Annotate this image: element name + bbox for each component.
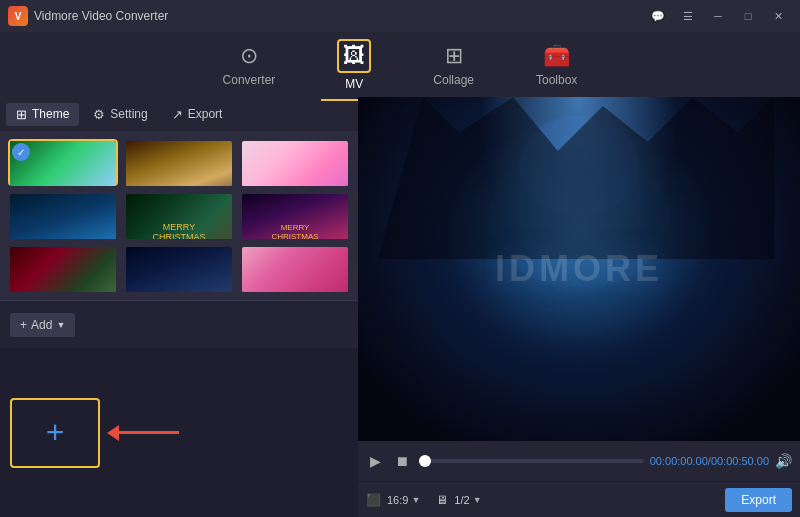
volume-icon: 🔊 — [775, 453, 792, 469]
add-button[interactable]: + Add ▼ — [10, 313, 75, 337]
theme-item-simple[interactable]: Simple — [8, 192, 118, 239]
play-button[interactable]: ▶ — [366, 451, 385, 471]
page-label: 1/2 — [454, 494, 469, 506]
tab-theme[interactable]: ⊞ Theme — [6, 103, 79, 126]
converter-label: Converter — [223, 73, 276, 87]
ratio-icon: ⬛ — [366, 493, 381, 507]
page-dropdown-arrow: ▼ — [473, 495, 482, 505]
arrow-head — [107, 425, 119, 441]
add-label: Add — [31, 318, 52, 332]
theme-tab-label: Theme — [32, 107, 69, 121]
menu-btn[interactable]: ☰ — [674, 5, 702, 27]
title-bar-controls: 💬 ☰ ─ □ ✕ — [644, 5, 792, 27]
export-tab-label: Export — [188, 107, 223, 121]
theme-item-christmas-eve[interactable]: MERRYCHRISTMAS Christmas Eve — [124, 192, 234, 239]
mv-icon-box: 🖼 — [337, 39, 371, 73]
add-dropdown-arrow: ▼ — [56, 320, 65, 330]
ratio-dropdown-arrow: ▼ — [411, 495, 420, 505]
plus-box-area: + — [0, 348, 358, 517]
preview-area: IDMORE — [358, 97, 800, 441]
theme-item-merry-christmas[interactable]: MERRYCHRISTMAS Merry Christmas — [240, 192, 350, 239]
main-content: ⊞ Theme ⚙ Setting ↗ Export ✓ Current — [0, 97, 800, 517]
export-tab-icon: ↗ — [172, 107, 183, 122]
arrow-indicator — [108, 425, 179, 441]
options-bar: ⬛ 16:9 ▼ 🖥 1/2 ▼ Export — [358, 481, 800, 517]
theme-item-stripes-waves[interactable]: Stripes & Waves — [240, 245, 350, 292]
ratio-select[interactable]: 16:9 ▼ — [387, 494, 420, 506]
time-display: 00:00:00.00/00:00:50.00 — [650, 455, 769, 467]
screen-icon: 🖥 — [436, 493, 448, 507]
progress-bar[interactable] — [419, 459, 644, 463]
tab-bar: ⊞ Theme ⚙ Setting ↗ Export — [0, 97, 358, 131]
page-select[interactable]: 1/2 ▼ — [454, 494, 481, 506]
app-logo: V — [8, 6, 28, 26]
theme-grid: ✓ Current Neat Happy — [0, 131, 358, 300]
theme-item-snowy-night[interactable]: Snowy Night — [124, 245, 234, 292]
collage-icon: ⊞ — [445, 43, 463, 69]
toolbox-label: Toolbox — [536, 73, 577, 87]
theme-item-happy[interactable]: Happy — [240, 139, 350, 186]
stop-button[interactable]: ⏹ — [391, 451, 413, 471]
tab-export[interactable]: ↗ Export — [162, 103, 233, 126]
setting-tab-icon: ⚙ — [93, 107, 105, 122]
minimize-btn[interactable]: ─ — [704, 5, 732, 27]
app-title: Vidmore Video Converter — [34, 9, 168, 23]
add-icon: + — [20, 318, 27, 332]
title-bar: V Vidmore Video Converter 💬 ☰ ─ □ ✕ — [0, 0, 800, 32]
collage-label: Collage — [433, 73, 474, 87]
theme-item-current[interactable]: ✓ Current — [8, 139, 118, 186]
maximize-btn[interactable]: □ — [734, 5, 762, 27]
toolbox-icon: 🧰 — [543, 43, 570, 69]
preview-watermark: IDMORE — [495, 248, 663, 290]
nav-item-collage[interactable]: ⊞ Collage — [417, 37, 490, 93]
ratio-label: 16:9 — [387, 494, 408, 506]
export-button[interactable]: Export — [725, 488, 792, 512]
converter-icon: ⊙ — [240, 43, 258, 69]
close-btn[interactable]: ✕ — [764, 5, 792, 27]
plus-box[interactable]: + — [10, 398, 100, 468]
nav-item-mv[interactable]: 🖼 MV — [321, 33, 387, 97]
check-badge: ✓ — [12, 143, 30, 161]
add-area: + Add ▼ — [0, 300, 358, 348]
theme-tab-icon: ⊞ — [16, 107, 27, 122]
top-nav: ⊙ Converter 🖼 MV ⊞ Collage 🧰 Toolbox — [0, 32, 800, 97]
mv-label: MV — [345, 77, 363, 91]
controls-bar: ▶ ⏹ 00:00:00.00/00:00:50.00 🔊 — [358, 441, 800, 481]
left-panel: ⊞ Theme ⚙ Setting ↗ Export ✓ Current — [0, 97, 358, 517]
theme-item-neat[interactable]: Neat — [124, 139, 234, 186]
title-bar-left: V Vidmore Video Converter — [8, 6, 168, 26]
nav-item-converter[interactable]: ⊙ Converter — [207, 37, 292, 93]
mv-icon: 🖼 — [343, 43, 365, 68]
arrow-line — [119, 431, 179, 434]
preview-background: IDMORE — [358, 97, 800, 441]
theme-item-santa-claus[interactable]: Santa Claus — [8, 245, 118, 292]
tab-setting[interactable]: ⚙ Setting — [83, 103, 157, 126]
chat-icon-btn[interactable]: 💬 — [644, 5, 672, 27]
nav-item-toolbox[interactable]: 🧰 Toolbox — [520, 37, 593, 93]
setting-tab-label: Setting — [110, 107, 147, 121]
right-panel: IDMORE ▶ ⏹ 00:00:00.00/00:00:50.00 🔊 ⬛ 1… — [358, 97, 800, 517]
progress-dot — [419, 455, 431, 467]
plus-icon: + — [46, 414, 65, 451]
